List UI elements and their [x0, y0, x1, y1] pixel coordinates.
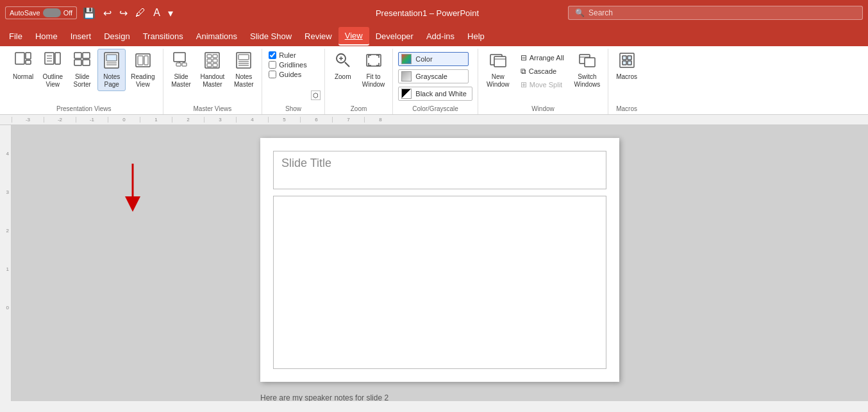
- move-split-icon: ⊞: [521, 80, 527, 89]
- bw-label: Black and White: [415, 90, 466, 98]
- redo-icon[interactable]: ↪: [117, 5, 129, 21]
- checkbox-ruler[interactable]: Ruler: [269, 51, 306, 59]
- menu-insert[interactable]: Insert: [64, 28, 98, 45]
- switch-windows-icon: [578, 51, 596, 72]
- fit-icon: [365, 51, 383, 72]
- menu-review[interactable]: Review: [298, 28, 338, 45]
- btn-switch-label: SwitchWindows: [574, 73, 601, 89]
- btn-macros[interactable]: Macros: [612, 49, 641, 83]
- group-label-macros: Macros: [612, 104, 641, 114]
- btn-notes-page[interactable]: NotesPage: [97, 49, 126, 91]
- menu-animations[interactable]: Animations: [190, 28, 244, 45]
- autosave-state: Off: [63, 9, 72, 17]
- btn-fit-label: Fit toWindow: [362, 73, 385, 89]
- btn-normal[interactable]: Normal: [9, 49, 37, 83]
- show-launcher-icon[interactable]: ⬡: [311, 90, 321, 100]
- btn-switch-windows[interactable]: SwitchWindows: [571, 49, 605, 91]
- format-icon[interactable]: A: [151, 5, 162, 21]
- btn-new-window[interactable]: NewWindow: [482, 49, 514, 91]
- svg-rect-13: [106, 55, 117, 61]
- btn-black-white[interactable]: Black and White: [398, 87, 472, 101]
- svg-rect-18: [144, 56, 148, 65]
- menu-addins[interactable]: Add-ins: [420, 28, 461, 45]
- arrange-icon: ⊟: [521, 53, 527, 62]
- customize-icon[interactable]: 🖊: [133, 5, 147, 21]
- btn-reading-view[interactable]: ReadingView: [127, 49, 158, 91]
- search-icon: 🔍: [575, 8, 585, 17]
- btn-notes-master-label: NotesMaster: [234, 73, 254, 89]
- menu-design[interactable]: Design: [97, 28, 136, 45]
- checkbox-guides[interactable]: Guides: [269, 71, 306, 78]
- save-icon[interactable]: 💾: [81, 5, 97, 21]
- color-swatch: [401, 54, 412, 64]
- autosave-toggle[interactable]: [43, 8, 61, 17]
- group-label-zoom: Zoom: [329, 104, 389, 114]
- dropdown-icon[interactable]: ▾: [166, 5, 175, 21]
- autosave-badge[interactable]: AutoSave Off: [5, 6, 77, 19]
- btn-sorter-label: SlideSorter: [74, 73, 91, 89]
- notes-page-icon: [103, 51, 121, 72]
- ruler-checkbox[interactable]: [269, 51, 276, 59]
- ruler-label: Ruler: [279, 51, 296, 59]
- svg-rect-17: [138, 56, 143, 65]
- btn-handout-master[interactable]: HandoutMaster: [197, 49, 229, 91]
- btn-reading-label: ReadingView: [131, 73, 154, 89]
- gridlines-checkbox[interactable]: [269, 61, 276, 69]
- top-ruler: -3 -2 -1 0 1 2 3 4 5 6 7 8: [0, 115, 868, 125]
- group-label-show: Show: [266, 104, 320, 114]
- menu-slideshow[interactable]: Slide Show: [244, 28, 298, 45]
- svg-rect-9: [83, 53, 90, 58]
- checkbox-gridlines[interactable]: Gridlines: [269, 61, 306, 69]
- svg-rect-42: [494, 56, 506, 67]
- menu-home[interactable]: Home: [29, 28, 64, 45]
- menu-file[interactable]: File: [3, 28, 29, 45]
- slide-area[interactable]: Slide Title Here are my speaker notes fo…: [12, 125, 868, 401]
- ribbon-group-show: Ruler Gridlines Guides ⬡ Show: [262, 49, 324, 114]
- new-window-icon: [489, 51, 507, 72]
- color-label: Color: [415, 55, 432, 63]
- btn-slide-master[interactable]: SlideMaster: [167, 49, 196, 91]
- svg-rect-50: [622, 61, 626, 65]
- btn-slide-sorter[interactable]: SlideSorter: [68, 49, 96, 91]
- menu-view[interactable]: View: [338, 27, 369, 46]
- menu-transitions[interactable]: Transitions: [137, 28, 190, 45]
- svg-rect-51: [628, 61, 631, 65]
- btn-move-split[interactable]: ⊞ Move Split: [517, 78, 568, 91]
- svg-rect-47: [620, 53, 634, 67]
- normal-icon: [14, 51, 32, 72]
- menu-help[interactable]: Help: [461, 28, 491, 45]
- ribbon-group-presentation-views: Normal OutlineView: [5, 49, 163, 114]
- reading-icon: [134, 51, 152, 72]
- autosave-label: AutoSave: [10, 9, 40, 17]
- btn-outline-view[interactable]: OutlineView: [38, 49, 67, 91]
- gridlines-label: Gridlines: [279, 61, 306, 69]
- svg-rect-8: [74, 53, 81, 58]
- svg-line-37: [345, 62, 349, 67]
- btn-zoom[interactable]: Zoom: [329, 49, 357, 83]
- ruler-ticks: -3 -2 -1 0 1 2 3 4 5 6 7 8: [12, 117, 396, 123]
- ribbon-group-zoom: Zoom Fit toWindow Zoom: [325, 49, 394, 114]
- menu-developer[interactable]: Developer: [369, 28, 420, 45]
- search-box[interactable]: 🔍 Search: [568, 6, 863, 20]
- guides-checkbox[interactable]: [269, 71, 276, 78]
- search-placeholder: Search: [588, 8, 613, 17]
- guides-label: Guides: [279, 71, 301, 78]
- ribbon: Normal OutlineView: [0, 46, 868, 115]
- btn-color[interactable]: Color: [398, 52, 469, 66]
- menu-bar: File Home Insert Design Transitions Anim…: [0, 26, 868, 46]
- slide-canvas: Slide Title: [260, 138, 619, 382]
- undo-icon[interactable]: ↩: [101, 5, 113, 21]
- svg-rect-11: [83, 60, 90, 65]
- btn-cascade[interactable]: ⧉ Cascade: [517, 65, 568, 78]
- svg-rect-10: [74, 60, 81, 65]
- content-area: 4 3 2 1 0 Slide Title Here are my speake…: [0, 125, 868, 401]
- svg-rect-21: [182, 63, 187, 66]
- btn-arrange-all[interactable]: ⊟ Arrange All: [517, 51, 568, 64]
- btn-fit-to-window[interactable]: Fit toWindow: [358, 49, 389, 91]
- btn-notes-master[interactable]: NotesMaster: [230, 49, 258, 91]
- arrange-label: Arrange All: [530, 54, 564, 62]
- title-bar-left: AutoSave Off 💾 ↩ ↪ 🖊 A ▾: [5, 5, 287, 21]
- btn-grayscale[interactable]: Grayscale: [398, 69, 469, 83]
- bw-swatch: [401, 89, 412, 99]
- group-label-color: Color/Grayscale: [397, 104, 473, 114]
